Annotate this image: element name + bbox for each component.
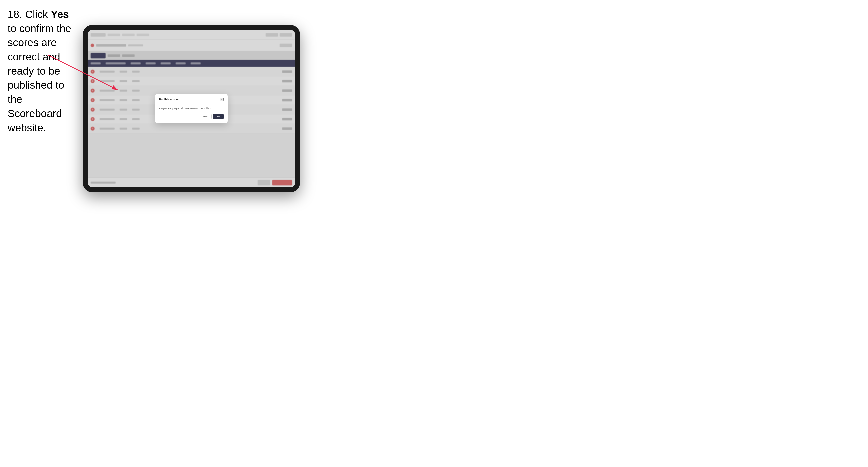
cancel-button[interactable]: Cancel bbox=[198, 114, 212, 119]
modal-overlay: Publish scores × Are you ready to publis… bbox=[88, 30, 295, 187]
modal-title: Publish scores bbox=[159, 98, 179, 101]
modal-close-button[interactable]: × bbox=[220, 98, 223, 101]
modal-message: Are you ready to publish these scores to… bbox=[159, 107, 223, 110]
modal-header: Publish scores × bbox=[155, 94, 227, 104]
tablet-device: 1 2 3 bbox=[83, 25, 300, 192]
tablet-screen: 1 2 3 bbox=[88, 30, 295, 187]
text-after-bold: to confirm the scores are correct and re… bbox=[7, 23, 71, 134]
instruction-text: 18. Click Yes to confirm the scores are … bbox=[7, 7, 78, 135]
modal-body: Are you ready to publish these scores to… bbox=[155, 104, 227, 124]
text-before-bold: Click bbox=[22, 8, 51, 20]
publish-scores-dialog: Publish scores × Are you ready to publis… bbox=[155, 94, 227, 124]
modal-actions: Cancel Yes bbox=[159, 114, 223, 119]
yes-button[interactable]: Yes bbox=[213, 114, 223, 119]
step-number: 18. bbox=[7, 8, 22, 20]
bold-yes: Yes bbox=[51, 8, 69, 20]
